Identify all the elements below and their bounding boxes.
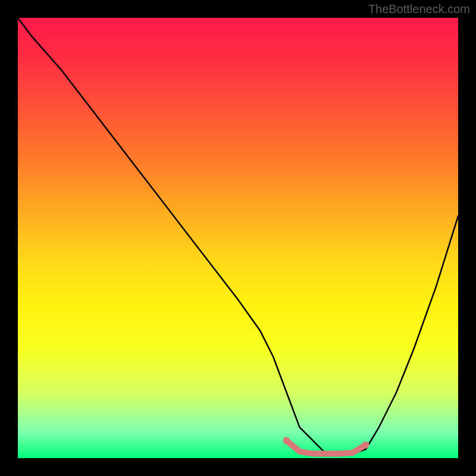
sweet-spot-dot-left	[283, 437, 290, 444]
chart-svg	[18, 18, 458, 458]
sweet-spot-dot-right	[362, 441, 369, 449]
sweet-spot-marker	[286, 440, 365, 453]
bottleneck-curve	[18, 18, 458, 454]
watermark-text: TheBottleneck.com	[368, 2, 470, 16]
plot-area	[18, 18, 458, 458]
